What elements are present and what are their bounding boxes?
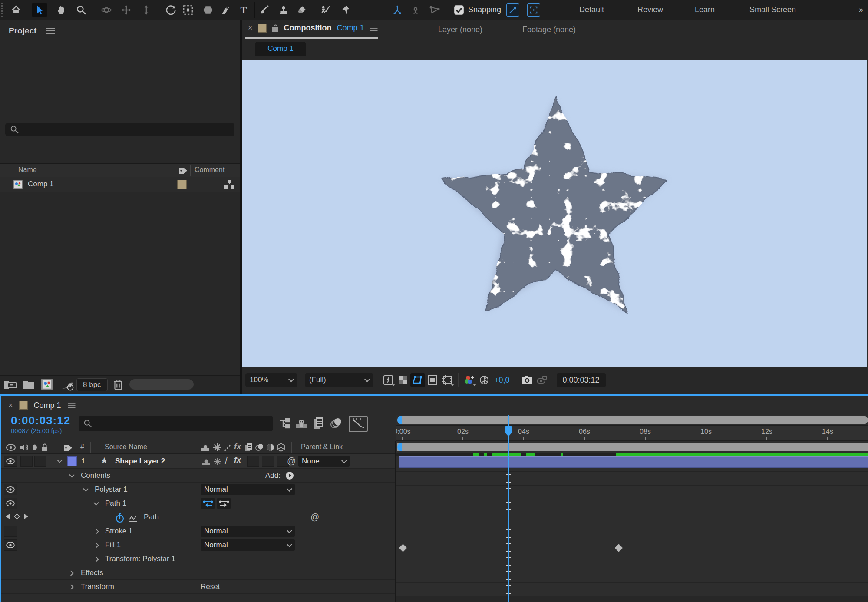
column-parent-link[interactable]: Parent & Link — [301, 443, 343, 451]
composition-mini-flowchart-icon[interactable] — [278, 417, 291, 430]
audio-cell[interactable] — [20, 456, 33, 467]
close-tab-icon[interactable]: × — [8, 401, 13, 410]
polystar-visibility-eye[interactable] — [4, 484, 17, 495]
brush-tool[interactable] — [257, 3, 272, 17]
layer-quality-switch[interactable]: / — [225, 456, 228, 466]
row-effects[interactable]: Effects — [1, 566, 396, 580]
collapse-chevron[interactable] — [68, 570, 74, 576]
current-time-indicator-line[interactable] — [508, 415, 509, 602]
motion-blur-column-icon[interactable] — [255, 443, 264, 452]
layer-duration-bar[interactable] — [399, 456, 868, 468]
toolbar-grip[interactable] — [1, 3, 3, 17]
lock-column-icon[interactable] — [41, 443, 48, 452]
keyframe-diamond[interactable] — [615, 544, 623, 552]
resolution-dropdown[interactable]: (Full) — [305, 373, 373, 387]
parent-pick-whip-icon[interactable]: @ — [287, 456, 296, 466]
label-column-icon[interactable] — [178, 166, 188, 175]
path1-visibility-eye[interactable] — [4, 498, 17, 509]
next-keyframe-icon[interactable] — [24, 513, 29, 519]
polystar-shape[interactable] — [242, 60, 867, 367]
project-panel-title[interactable]: Project — [9, 26, 36, 36]
fast-previews-icon[interactable] — [381, 373, 396, 387]
zoom-tool[interactable] — [74, 3, 89, 17]
unlock-icon[interactable] — [272, 24, 279, 33]
layer-visibility-eye[interactable] — [4, 456, 17, 467]
project-item-label-color[interactable] — [177, 180, 187, 189]
motion-blur-cell[interactable] — [262, 456, 274, 467]
channel-color-management-icon[interactable] — [462, 373, 477, 387]
include-in-graph-editor-icon[interactable] — [128, 514, 138, 522]
motion-blur-icon[interactable] — [330, 417, 343, 430]
row-fill-1[interactable]: Fill 1 Normal — [1, 538, 396, 552]
timeline-tab-comp1[interactable]: × Comp 1 — [8, 397, 868, 414]
frame-blend-cell[interactable] — [247, 456, 259, 467]
column-resize-handle[interactable] — [175, 165, 175, 176]
transparency-grid-icon[interactable] — [396, 373, 410, 387]
audio-speaker-column-icon[interactable] — [20, 443, 28, 452]
current-timecode[interactable]: 0:00:03:12 — [11, 414, 70, 427]
work-area-bar[interactable] — [397, 443, 868, 451]
reset-transform-link[interactable]: Reset — [201, 582, 220, 591]
navigator-start-handle[interactable] — [397, 416, 402, 424]
panel-menu-icon[interactable] — [46, 28, 55, 34]
column-graph-divider[interactable] — [395, 441, 396, 602]
expand-chevron[interactable] — [93, 500, 99, 506]
timeline-tab-label[interactable]: Comp 1 — [34, 401, 61, 410]
effects-fx-column-icon[interactable]: fx — [234, 442, 241, 451]
column-resize-handle[interactable] — [190, 165, 191, 176]
layer-collapse-switch[interactable] — [214, 457, 221, 465]
pan-camera-tool[interactable] — [119, 3, 134, 17]
eraser-tool[interactable] — [294, 3, 309, 17]
composition-canvas[interactable] — [242, 60, 867, 367]
snap-to-features-icon[interactable] — [527, 3, 540, 17]
fill-blend-mode-dropdown[interactable]: Normal — [201, 539, 295, 551]
3d-layer-column-icon[interactable] — [277, 443, 285, 452]
close-tab-icon[interactable]: × — [248, 23, 253, 33]
layer-row-shape-layer-2[interactable]: 1 ★ Shape Layer 2 / fx @ None — [1, 454, 396, 469]
tab-composition-comp-name[interactable]: Comp 1 — [337, 23, 364, 33]
pen-tool[interactable] — [218, 3, 233, 17]
fill-visibility-eye[interactable] — [4, 539, 17, 551]
layer-name[interactable]: Shape Layer 2 — [115, 457, 165, 466]
solo-column-icon[interactable] — [32, 444, 38, 450]
snapping-label[interactable]: Snapping — [468, 5, 501, 14]
project-item-comp1[interactable]: Comp 1 — [0, 177, 240, 192]
quality-column-icon[interactable] — [224, 443, 232, 452]
flowchart-icon[interactable] — [224, 179, 234, 190]
horizontal-scrollbar[interactable] — [129, 379, 194, 390]
clone-stamp-tool[interactable] — [276, 3, 291, 17]
frame-blending-icon[interactable] — [312, 417, 324, 430]
rig-joint-2-icon[interactable] — [408, 3, 423, 17]
exposure-value[interactable]: +0,0 — [494, 376, 510, 385]
row-contents[interactable]: Contents Add: — [1, 469, 396, 483]
shy-layers-icon[interactable] — [295, 417, 308, 430]
bit-depth-button[interactable]: 8 bpc — [76, 378, 108, 391]
label-column-icon[interactable] — [63, 443, 73, 453]
time-ruler[interactable]: 0:00s 02s 04s 06s 08s 10s 12s 14s — [396, 425, 868, 441]
frame-blend-column-icon[interactable] — [244, 443, 253, 452]
property-pick-whip-icon[interactable]: @ — [310, 512, 319, 522]
render-engine-icon[interactable] — [60, 379, 75, 391]
composition-tab[interactable]: × Composition Comp 1 — [248, 23, 378, 33]
roto-brush-tool[interactable] — [318, 3, 333, 17]
expand-chevron[interactable] — [69, 472, 75, 478]
graph-editor-icon[interactable] — [349, 416, 368, 432]
shy-column-icon[interactable] — [201, 443, 210, 452]
puppet-pin-tool[interactable] — [338, 3, 353, 17]
project-item-name[interactable]: Comp 1 — [28, 180, 54, 189]
dolly-camera-tool[interactable] — [139, 3, 154, 17]
interpret-footage-icon[interactable] — [3, 379, 17, 390]
time-navigator-bar[interactable] — [397, 416, 868, 424]
camera-tool[interactable] — [181, 3, 195, 17]
path-direction-reverse-button[interactable] — [201, 498, 215, 509]
row-transform[interactable]: Transform Reset — [1, 580, 396, 594]
project-search-input[interactable] — [5, 123, 234, 136]
workspace-overflow-chevrons[interactable]: » — [859, 5, 863, 14]
choose-grid-guides-icon[interactable] — [440, 373, 455, 387]
workspace-learn[interactable]: Learn — [695, 5, 715, 14]
row-transform-polystar[interactable]: Transform: Polystar 1 — [1, 552, 396, 566]
layer-fx-switch[interactable]: fx — [234, 456, 241, 465]
add-keyframe-diamond-icon[interactable] — [14, 513, 20, 519]
workspace-small-screen[interactable]: Small Screen — [749, 5, 796, 14]
exposure-shutter-icon[interactable] — [477, 373, 492, 387]
